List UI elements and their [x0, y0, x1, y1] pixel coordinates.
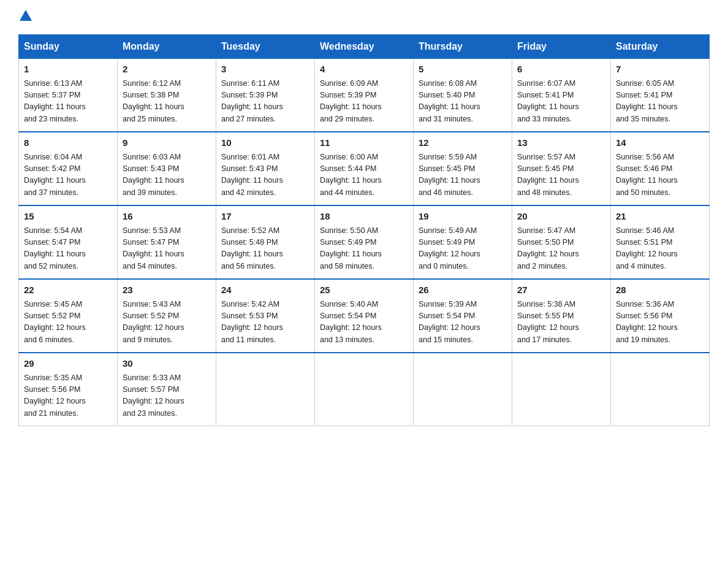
day-number: 16	[123, 210, 211, 224]
day-number: 13	[517, 136, 605, 150]
day-info: Sunrise: 6:00 AMSunset: 5:44 PMDaylight:…	[320, 151, 408, 199]
day-number: 14	[616, 136, 704, 150]
week-row-4: 22Sunrise: 5:45 AMSunset: 5:52 PMDayligh…	[19, 279, 710, 353]
calendar-cell: 17Sunrise: 5:52 AMSunset: 5:48 PMDayligh…	[216, 205, 315, 279]
calendar-cell: 19Sunrise: 5:49 AMSunset: 5:49 PMDayligh…	[414, 205, 512, 279]
day-info: Sunrise: 5:42 AMSunset: 5:53 PMDaylight:…	[221, 299, 309, 347]
day-number: 12	[419, 136, 507, 150]
day-info: Sunrise: 5:38 AMSunset: 5:55 PMDaylight:…	[517, 299, 605, 347]
day-info: Sunrise: 5:35 AMSunset: 5:56 PMDaylight:…	[24, 372, 112, 420]
day-info: Sunrise: 6:07 AMSunset: 5:41 PMDaylight:…	[517, 78, 605, 126]
day-number: 23	[123, 283, 211, 297]
day-info: Sunrise: 6:08 AMSunset: 5:40 PMDaylight:…	[419, 78, 507, 126]
day-info: Sunrise: 6:01 AMSunset: 5:43 PMDaylight:…	[221, 151, 309, 199]
header-saturday: Saturday	[611, 35, 710, 59]
calendar-cell: 18Sunrise: 5:50 AMSunset: 5:49 PMDayligh…	[315, 205, 414, 279]
day-number: 19	[419, 210, 507, 224]
day-number: 29	[24, 357, 112, 371]
calendar-cell: 7Sunrise: 6:05 AMSunset: 5:41 PMDaylight…	[611, 59, 710, 132]
header-friday: Friday	[512, 35, 611, 59]
calendar-cell: 27Sunrise: 5:38 AMSunset: 5:55 PMDayligh…	[512, 279, 611, 353]
calendar-cell: 22Sunrise: 5:45 AMSunset: 5:52 PMDayligh…	[19, 279, 118, 353]
calendar-table: SundayMondayTuesdayWednesdayThursdayFrid…	[18, 34, 710, 426]
calendar-cell	[611, 353, 710, 426]
day-number: 2	[123, 63, 211, 77]
calendar-cell: 14Sunrise: 5:56 AMSunset: 5:46 PMDayligh…	[611, 132, 710, 205]
week-row-3: 15Sunrise: 5:54 AMSunset: 5:47 PMDayligh…	[19, 205, 710, 279]
day-number: 10	[221, 136, 309, 150]
day-info: Sunrise: 5:47 AMSunset: 5:50 PMDaylight:…	[517, 225, 605, 273]
day-number: 6	[517, 63, 605, 77]
calendar-cell: 28Sunrise: 5:36 AMSunset: 5:56 PMDayligh…	[611, 279, 710, 353]
calendar-cell: 24Sunrise: 5:42 AMSunset: 5:53 PMDayligh…	[216, 279, 315, 353]
header-monday: Monday	[118, 35, 216, 59]
day-number: 27	[517, 283, 605, 297]
day-info: Sunrise: 5:33 AMSunset: 5:57 PMDaylight:…	[123, 372, 211, 420]
calendar-cell: 16Sunrise: 5:53 AMSunset: 5:47 PMDayligh…	[118, 205, 216, 279]
calendar-cell: 30Sunrise: 5:33 AMSunset: 5:57 PMDayligh…	[118, 353, 216, 426]
day-info: Sunrise: 5:54 AMSunset: 5:47 PMDaylight:…	[24, 225, 112, 273]
day-info: Sunrise: 6:09 AMSunset: 5:39 PMDaylight:…	[320, 78, 408, 126]
calendar-cell: 15Sunrise: 5:54 AMSunset: 5:47 PMDayligh…	[19, 205, 118, 279]
day-info: Sunrise: 5:45 AMSunset: 5:52 PMDaylight:…	[24, 299, 112, 347]
day-info: Sunrise: 5:57 AMSunset: 5:45 PMDaylight:…	[517, 151, 605, 199]
calendar-cell	[414, 353, 512, 426]
calendar-cell	[315, 353, 414, 426]
day-number: 7	[616, 63, 704, 77]
day-number: 30	[123, 357, 211, 371]
calendar-cell: 8Sunrise: 6:04 AMSunset: 5:42 PMDaylight…	[19, 132, 118, 205]
day-info: Sunrise: 6:12 AMSunset: 5:38 PMDaylight:…	[123, 78, 211, 126]
calendar-cell: 2Sunrise: 6:12 AMSunset: 5:38 PMDaylight…	[118, 59, 216, 132]
logo-triangle-icon	[20, 10, 32, 21]
calendar-cell	[216, 353, 315, 426]
day-info: Sunrise: 5:40 AMSunset: 5:54 PMDaylight:…	[320, 299, 408, 347]
day-info: Sunrise: 6:11 AMSunset: 5:39 PMDaylight:…	[221, 78, 309, 126]
calendar-cell: 21Sunrise: 5:46 AMSunset: 5:51 PMDayligh…	[611, 205, 710, 279]
calendar-cell: 13Sunrise: 5:57 AMSunset: 5:45 PMDayligh…	[512, 132, 611, 205]
day-info: Sunrise: 6:13 AMSunset: 5:37 PMDaylight:…	[24, 78, 112, 126]
logo	[18, 12, 32, 23]
day-number: 8	[24, 136, 112, 150]
day-number: 9	[123, 136, 211, 150]
calendar-cell: 11Sunrise: 6:00 AMSunset: 5:44 PMDayligh…	[315, 132, 414, 205]
day-number: 22	[24, 283, 112, 297]
calendar-cell: 9Sunrise: 6:03 AMSunset: 5:43 PMDaylight…	[118, 132, 216, 205]
calendar-cell: 25Sunrise: 5:40 AMSunset: 5:54 PMDayligh…	[315, 279, 414, 353]
header-sunday: Sunday	[19, 35, 118, 59]
header-row: SundayMondayTuesdayWednesdayThursdayFrid…	[19, 35, 710, 59]
calendar-cell	[512, 353, 611, 426]
header-tuesday: Tuesday	[216, 35, 315, 59]
calendar-cell: 20Sunrise: 5:47 AMSunset: 5:50 PMDayligh…	[512, 205, 611, 279]
day-info: Sunrise: 5:39 AMSunset: 5:54 PMDaylight:…	[419, 299, 507, 347]
day-number: 15	[24, 210, 112, 224]
day-info: Sunrise: 5:43 AMSunset: 5:52 PMDaylight:…	[123, 299, 211, 347]
day-info: Sunrise: 5:52 AMSunset: 5:48 PMDaylight:…	[221, 225, 309, 273]
calendar-cell: 26Sunrise: 5:39 AMSunset: 5:54 PMDayligh…	[414, 279, 512, 353]
calendar-cell: 3Sunrise: 6:11 AMSunset: 5:39 PMDaylight…	[216, 59, 315, 132]
day-info: Sunrise: 5:36 AMSunset: 5:56 PMDaylight:…	[616, 299, 704, 347]
day-number: 11	[320, 136, 408, 150]
header-thursday: Thursday	[414, 35, 512, 59]
week-row-1: 1Sunrise: 6:13 AMSunset: 5:37 PMDaylight…	[19, 59, 710, 132]
day-number: 1	[24, 63, 112, 77]
week-row-5: 29Sunrise: 5:35 AMSunset: 5:56 PMDayligh…	[19, 353, 710, 426]
day-number: 3	[221, 63, 309, 77]
calendar-cell: 1Sunrise: 6:13 AMSunset: 5:37 PMDaylight…	[19, 59, 118, 132]
day-number: 28	[616, 283, 704, 297]
page-header	[18, 12, 710, 23]
calendar-cell: 5Sunrise: 6:08 AMSunset: 5:40 PMDaylight…	[414, 59, 512, 132]
calendar-cell: 4Sunrise: 6:09 AMSunset: 5:39 PMDaylight…	[315, 59, 414, 132]
calendar-cell: 12Sunrise: 5:59 AMSunset: 5:45 PMDayligh…	[414, 132, 512, 205]
header-wednesday: Wednesday	[315, 35, 414, 59]
day-info: Sunrise: 5:59 AMSunset: 5:45 PMDaylight:…	[419, 151, 507, 199]
week-row-2: 8Sunrise: 6:04 AMSunset: 5:42 PMDaylight…	[19, 132, 710, 205]
day-info: Sunrise: 5:46 AMSunset: 5:51 PMDaylight:…	[616, 225, 704, 273]
day-number: 24	[221, 283, 309, 297]
day-number: 21	[616, 210, 704, 224]
day-info: Sunrise: 5:49 AMSunset: 5:49 PMDaylight:…	[419, 225, 507, 273]
day-number: 4	[320, 63, 408, 77]
day-info: Sunrise: 6:05 AMSunset: 5:41 PMDaylight:…	[616, 78, 704, 126]
day-info: Sunrise: 5:56 AMSunset: 5:46 PMDaylight:…	[616, 151, 704, 199]
calendar-cell: 29Sunrise: 5:35 AMSunset: 5:56 PMDayligh…	[19, 353, 118, 426]
day-number: 18	[320, 210, 408, 224]
